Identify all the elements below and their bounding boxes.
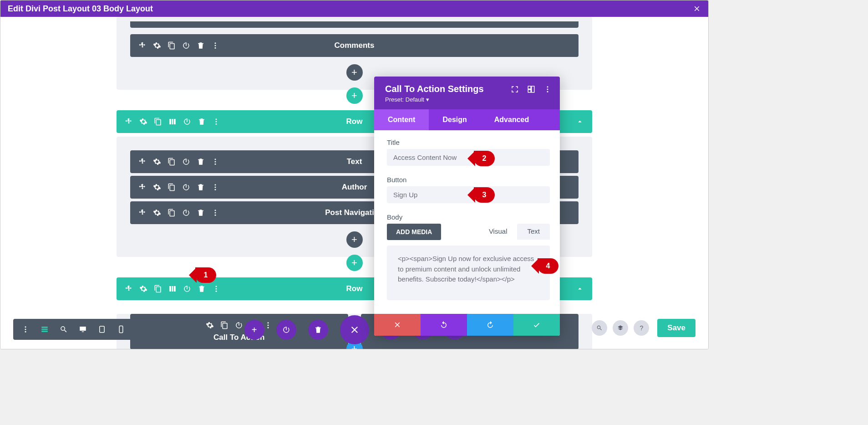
page-title: Edit Divi Post Layout 03 Body Layout [8,4,153,14]
row-toolbar [117,118,220,126]
duplicate-icon[interactable] [154,118,162,126]
add-row-button[interactable]: + [346,87,363,104]
module-toolbar [130,183,219,191]
trash-icon[interactable] [198,285,206,293]
power-icon[interactable] [183,285,191,293]
trash-icon[interactable] [197,209,205,217]
editor-tab-text[interactable]: Text [517,224,550,240]
trash-button[interactable] [308,320,328,340]
help-icon[interactable]: ? [634,320,649,336]
annotation-pin-4: 4 [538,258,558,274]
power-icon[interactable] [182,41,190,50]
gear-icon[interactable] [153,183,161,191]
screenshot-container: Edit Divi Post Layout 03 Body Layout Com… [0,0,709,349]
svg-point-2 [215,47,216,49]
duplicate-icon[interactable] [168,41,176,50]
move-icon[interactable] [138,209,147,217]
move-icon[interactable] [138,41,147,50]
move-icon[interactable] [138,183,147,191]
expand-icon[interactable] [511,85,519,93]
add-module-button[interactable]: + [346,64,363,81]
move-icon[interactable] [138,158,147,166]
trash-icon[interactable] [197,158,205,166]
undo-button[interactable] [421,314,467,336]
svg-point-5 [216,123,217,125]
save-button[interactable]: Save [657,319,695,337]
add-media-button[interactable]: ADD MEDIA [387,224,441,240]
columns-icon[interactable] [168,285,177,293]
svg-point-12 [215,210,216,211]
wireframe-view-icon[interactable] [36,319,53,340]
power-button[interactable] [276,320,296,340]
gear-icon[interactable] [139,285,147,293]
svg-point-4 [216,121,217,123]
desktop-view-icon[interactable] [74,319,91,340]
zoom-icon[interactable] [55,319,72,340]
duplicate-icon[interactable] [154,285,162,293]
more-icon[interactable] [212,118,220,126]
annotation-pin-1: 1 [195,267,216,283]
svg-point-23 [547,91,548,92]
move-icon[interactable] [125,285,133,293]
content-area: Comments + + Row [0,17,708,349]
duplicate-icon[interactable] [168,209,176,217]
close-builder-button[interactable] [340,315,369,344]
move-icon[interactable] [125,118,133,126]
snap-icon[interactable] [527,85,535,93]
svg-point-6 [215,159,216,160]
svg-point-13 [215,212,216,214]
gear-icon[interactable] [153,209,161,217]
more-icon[interactable] [211,183,219,191]
power-icon[interactable] [182,183,190,191]
add-button[interactable]: + [244,320,264,340]
zoom-icon[interactable] [592,320,607,336]
redo-button[interactable] [467,314,513,336]
tab-design[interactable]: Design [429,109,480,130]
svg-point-1 [215,45,216,46]
module-comments[interactable]: Comments [130,34,579,57]
modal-header: Call To Action Settings Preset: Default … [374,77,560,109]
add-row-button[interactable]: + [346,255,363,271]
modal-title: Call To Action Settings [385,84,484,94]
more-icon[interactable] [211,158,219,166]
confirm-button[interactable] [513,314,560,336]
svg-point-7 [215,161,216,163]
field-body-label: Body [387,213,550,221]
tab-advanced[interactable]: Advanced [481,109,543,130]
gear-icon[interactable] [153,41,161,50]
editor-tab-visual[interactable]: Visual [479,224,518,240]
trash-icon[interactable] [197,183,205,191]
duplicate-icon[interactable] [220,321,228,329]
tab-content[interactable]: Content [374,109,429,130]
cancel-button[interactable] [374,314,421,336]
bottom-toolbar-left [13,319,133,340]
power-icon[interactable] [182,158,190,166]
gear-icon[interactable] [206,321,214,329]
preset-label[interactable]: Preset: Default ▾ [385,96,552,103]
chevron-up-icon[interactable] [576,285,584,293]
power-icon[interactable] [235,321,243,329]
mobile-view-icon[interactable] [112,319,130,340]
trash-icon[interactable] [198,118,206,126]
layers-icon[interactable] [613,320,628,336]
power-icon[interactable] [182,209,190,217]
chevron-up-icon[interactable] [576,118,584,126]
duplicate-icon[interactable] [168,183,176,191]
add-module-button[interactable]: + [346,231,363,248]
tablet-view-icon[interactable] [93,319,111,340]
gear-icon[interactable] [153,158,161,166]
more-icon[interactable] [211,41,219,50]
more-icon[interactable] [17,319,34,340]
body-editor[interactable]: <p><span>Sign Up now for exclusive acces… [387,246,550,300]
duplicate-icon[interactable] [168,158,176,166]
more-icon[interactable] [212,285,220,293]
columns-icon[interactable] [168,118,177,126]
more-icon[interactable] [543,85,552,93]
gear-icon[interactable] [139,118,147,126]
close-icon[interactable] [693,5,701,13]
power-icon[interactable] [183,118,191,126]
svg-point-24 [25,326,26,328]
more-icon[interactable] [211,209,219,217]
module-toolbar [130,209,219,217]
trash-icon[interactable] [197,41,205,50]
